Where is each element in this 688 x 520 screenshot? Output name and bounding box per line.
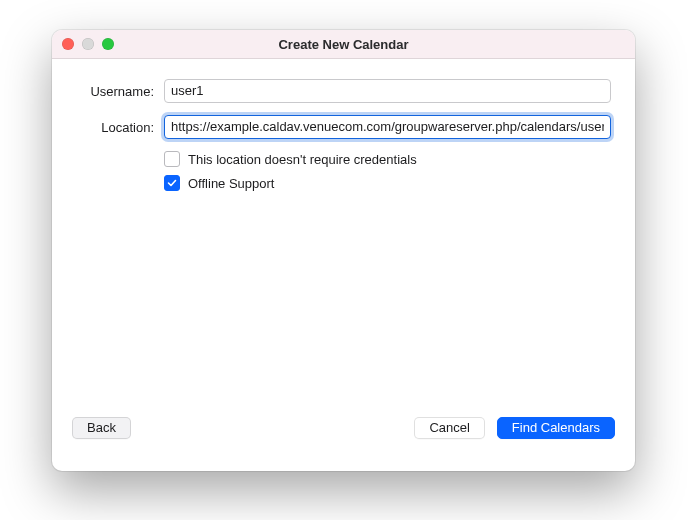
location-row: Location: bbox=[76, 115, 611, 139]
content-area: Username: Location: This location doesn'… bbox=[52, 59, 635, 401]
offline-support-checkbox[interactable] bbox=[164, 175, 180, 191]
no-credentials-checkbox[interactable] bbox=[164, 151, 180, 167]
no-credentials-label: This location doesn't require credential… bbox=[188, 152, 417, 167]
cancel-button[interactable]: Cancel bbox=[414, 417, 484, 439]
window-title: Create New Calendar bbox=[278, 37, 408, 52]
offline-support-row: Offline Support bbox=[164, 175, 611, 191]
username-input[interactable] bbox=[164, 79, 611, 103]
close-window-button[interactable] bbox=[62, 38, 74, 50]
footer: Back Cancel Find Calendars bbox=[52, 401, 635, 471]
location-input[interactable] bbox=[164, 115, 611, 139]
footer-right-group: Cancel Find Calendars bbox=[414, 417, 615, 439]
no-credentials-row: This location doesn't require credential… bbox=[164, 151, 611, 167]
dialog-window: Create New Calendar Username: Location: … bbox=[52, 30, 635, 471]
find-calendars-button[interactable]: Find Calendars bbox=[497, 417, 615, 439]
username-row: Username: bbox=[76, 79, 611, 103]
zoom-window-button[interactable] bbox=[102, 38, 114, 50]
checkmark-icon bbox=[167, 178, 177, 188]
username-label: Username: bbox=[76, 84, 164, 99]
titlebar: Create New Calendar bbox=[52, 30, 635, 59]
minimize-window-button[interactable] bbox=[82, 38, 94, 50]
window-controls bbox=[62, 38, 114, 50]
offline-support-label: Offline Support bbox=[188, 176, 274, 191]
back-button[interactable]: Back bbox=[72, 417, 131, 439]
location-label: Location: bbox=[76, 120, 164, 135]
